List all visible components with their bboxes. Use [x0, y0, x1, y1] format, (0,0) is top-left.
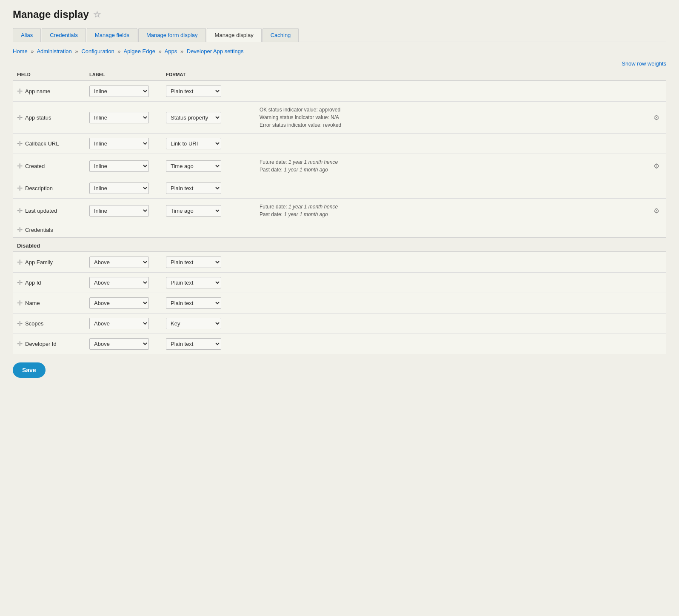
info-text-app-status: OK status indicator value: approvedWarni…: [260, 106, 642, 129]
field-name-developer-id: Developer Id: [25, 341, 57, 347]
format-cell-description: Plain textLink to URITime agoStatus prop…: [162, 178, 255, 199]
drag-handle-app-name[interactable]: ✛: [17, 87, 23, 95]
show-row-weights-link[interactable]: Show row weights: [622, 60, 666, 67]
tab-caching[interactable]: Caching: [262, 28, 299, 42]
breadcrumb-home[interactable]: Home: [13, 48, 28, 54]
gear-cell-last-updated: ⚙: [647, 199, 666, 223]
field-name-created: Created: [25, 163, 45, 169]
gear-cell-callback-url: [647, 134, 666, 154]
breadcrumb-apps[interactable]: Apps: [165, 48, 177, 54]
th-field: FIELD: [13, 68, 85, 81]
table-row: ✛ Description InlineAboveHidden Plain te…: [13, 178, 666, 199]
th-format: FORMAT: [162, 68, 255, 81]
drag-handle-app-id[interactable]: ✛: [17, 279, 23, 287]
gear-cell-app-id: [647, 273, 666, 293]
drag-handle-app-family[interactable]: ✛: [17, 258, 23, 266]
label-cell-name: InlineAboveHidden: [85, 293, 162, 314]
label-cell-last-updated: InlineAboveHidden: [85, 199, 162, 223]
credentials-row: ✛ Credentials: [13, 222, 666, 237]
credentials-label: Credentials: [25, 227, 53, 233]
gear-cell-created: ⚙: [647, 154, 666, 178]
drag-handle-created[interactable]: ✛: [17, 162, 23, 170]
info-text-last-updated: Future date: 1 year 1 month hencePast da…: [260, 203, 642, 218]
tab-credentials[interactable]: Credentials: [42, 28, 86, 42]
tab-manage-fields[interactable]: Manage fields: [87, 28, 137, 42]
gear-cell-description: [647, 178, 666, 199]
field-name-description: Description: [25, 185, 53, 191]
breadcrumb: Home » Administration » Configuration » …: [13, 48, 666, 54]
drag-handle-scopes[interactable]: ✛: [17, 319, 23, 328]
gear-cell-app-name: [647, 81, 666, 102]
manage-display-table: FIELD LABEL FORMAT ✛ App name InlineAbov…: [13, 68, 666, 354]
field-name-app-name: App name: [25, 88, 50, 94]
format-cell-created: Plain textLink to URITime agoStatus prop…: [162, 154, 255, 178]
label-cell-app-id: InlineAboveHidden: [85, 273, 162, 293]
field-name-name: Name: [25, 300, 40, 306]
label-cell-app-status: InlineAboveHidden: [85, 102, 162, 134]
row-weights-container: Show row weights: [13, 60, 666, 67]
field-name-app-family: App Family: [25, 259, 53, 265]
breadcrumb-configuration[interactable]: Configuration: [81, 48, 114, 54]
th-label: LABEL: [85, 68, 162, 81]
table-row: ✛ App Family InlineAboveHidden Plain tex…: [13, 252, 666, 273]
label-cell-scopes: InlineAboveHidden: [85, 314, 162, 334]
field-name-scopes: Scopes: [25, 320, 43, 327]
label-cell-app-name: InlineAboveHidden: [85, 81, 162, 102]
tab-alias[interactable]: Alias: [13, 28, 41, 42]
format-cell-callback-url: Plain textLink to URITime agoStatus prop…: [162, 134, 255, 154]
drag-handle-developer-id[interactable]: ✛: [17, 340, 23, 348]
save-button[interactable]: Save: [13, 362, 46, 378]
table-row: ✛ App name InlineAboveHidden Plain textL…: [13, 81, 666, 102]
table-row: ✛ Name InlineAboveHidden Plain textLink …: [13, 293, 666, 314]
gear-cell-name: [647, 293, 666, 314]
disabled-section-label: Disabled: [13, 237, 666, 252]
table-row: ✛ Callback URL InlineAboveHidden Plain t…: [13, 134, 666, 154]
th-gear: [647, 68, 666, 81]
drag-handle-callback-url[interactable]: ✛: [17, 140, 23, 148]
tab-manage-display[interactable]: Manage display: [207, 28, 262, 42]
label-cell-created: InlineAboveHidden: [85, 154, 162, 178]
format-cell-last-updated: Plain textLink to URITime agoStatus prop…: [162, 199, 255, 223]
label-cell-developer-id: InlineAboveHidden: [85, 334, 162, 354]
gear-button-app-status[interactable]: ⚙: [651, 113, 662, 123]
field-name-app-id: App Id: [25, 279, 41, 286]
gear-cell-app-family: [647, 252, 666, 273]
breadcrumb-developer-app-settings[interactable]: Developer App settings: [187, 48, 244, 54]
field-name-app-status: App status: [25, 114, 51, 121]
info-text-created: Future date: 1 year 1 month hencePast da…: [260, 158, 642, 174]
drag-handle-app-status[interactable]: ✛: [17, 114, 23, 122]
table-row: ✛ App status InlineAboveHidden Plain tex…: [13, 102, 666, 134]
tab-manage-form-display[interactable]: Manage form display: [138, 28, 206, 42]
gear-cell-developer-id: [647, 334, 666, 354]
field-name-callback-url: Callback URL: [25, 140, 59, 147]
drag-handle-credentials[interactable]: ✛: [17, 226, 23, 234]
table-row: ✛ Developer Id InlineAboveHidden Plain t…: [13, 334, 666, 354]
label-cell-app-family: InlineAboveHidden: [85, 252, 162, 273]
format-cell-app-status: Plain textLink to URITime agoStatus prop…: [162, 102, 255, 134]
format-cell-app-id: Plain textLink to URITime agoStatus prop…: [162, 273, 255, 293]
breadcrumb-administration[interactable]: Administration: [37, 48, 71, 54]
table-row: ✛ App Id InlineAboveHidden Plain textLin…: [13, 273, 666, 293]
format-cell-app-name: Plain textLink to URITime agoStatus prop…: [162, 81, 255, 102]
table-row: ✛ Created InlineAboveHidden Plain textLi…: [13, 154, 666, 178]
page-wrapper: Manage display ☆ Alias Credentials Manag…: [0, 0, 679, 616]
drag-handle-description[interactable]: ✛: [17, 184, 23, 192]
breadcrumb-apigee-edge[interactable]: Apigee Edge: [123, 48, 155, 54]
label-cell-description: InlineAboveHidden: [85, 178, 162, 199]
gear-button-created[interactable]: ⚙: [651, 161, 662, 171]
gear-button-last-updated[interactable]: ⚙: [651, 206, 662, 216]
format-cell-app-family: Plain textLink to URITime agoStatus prop…: [162, 252, 255, 273]
format-cell-scopes: Plain textLink to URITime agoStatus prop…: [162, 314, 255, 334]
page-title: Manage display ☆: [13, 9, 666, 20]
table-row: ✛ Scopes InlineAboveHidden Plain textLin…: [13, 314, 666, 334]
page-title-text: Manage display: [13, 9, 89, 20]
tabs-bar: Alias Credentials Manage fields Manage f…: [13, 28, 666, 42]
drag-handle-last-updated[interactable]: ✛: [17, 207, 23, 215]
drag-handle-name[interactable]: ✛: [17, 299, 23, 307]
field-name-last-updated: Last updated: [25, 208, 57, 214]
th-info: [255, 68, 647, 81]
label-cell-callback-url: InlineAboveHidden: [85, 134, 162, 154]
table-row: ✛ Last updated InlineAboveHidden Plain t…: [13, 199, 666, 223]
star-icon[interactable]: ☆: [93, 9, 101, 20]
format-cell-developer-id: Plain textLink to URITime agoStatus prop…: [162, 334, 255, 354]
